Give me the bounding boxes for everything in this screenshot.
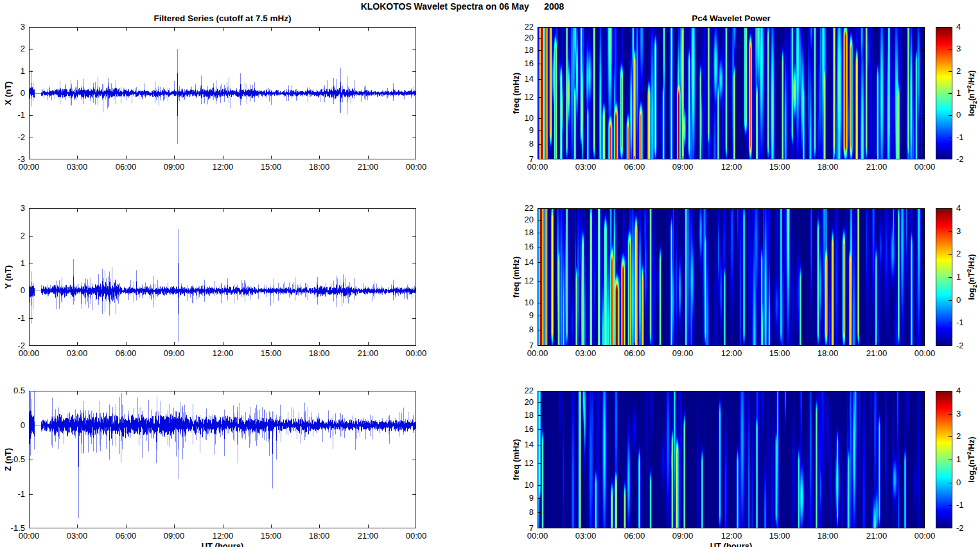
x-tick-label: 15:00 — [765, 162, 794, 172]
x-tick-label: 12:00 — [208, 162, 238, 172]
x-tick-label: 12:00 — [208, 531, 238, 541]
right-column-title: Pc4 Wavelet Power — [538, 13, 925, 23]
y-tick-label: 1 — [2, 66, 25, 76]
x-tick-label: 06:00 — [111, 162, 141, 172]
freq-tick-label: 10 — [511, 480, 534, 490]
colorbar-y — [936, 208, 952, 346]
x-tick-label: 09:00 — [668, 348, 697, 358]
colorbar-z — [936, 391, 952, 528]
x-tick-label: 06:00 — [111, 531, 141, 541]
figure-title: KLOKOTOS Wavelet Spectra on 06 May 2008 — [0, 1, 925, 12]
freq-tick-label: 18 — [511, 228, 534, 237]
y-tick-label: 3 — [2, 22, 25, 31]
colorbar-tick-label: 2 — [956, 249, 976, 258]
x-tick-label: 03:00 — [62, 348, 92, 358]
x-tick-label: 06:00 — [620, 531, 649, 541]
freq-tick-label: 18 — [511, 45, 534, 55]
freq-tick-label: 16 — [511, 424, 534, 434]
freq-tick-label: 20 — [511, 215, 534, 224]
x-tick-label: 18:00 — [304, 531, 334, 541]
freq-tick-label: 10 — [511, 298, 534, 307]
colorbar-tick-label: 3 — [956, 226, 976, 236]
y-tick-label: 2 — [2, 231, 25, 240]
x-tick-label: 03:00 — [571, 162, 600, 172]
colorbar-tick-label: 0 — [956, 110, 976, 120]
x-tick-label: 15:00 — [256, 531, 286, 541]
x-tick-label: 00:00 — [910, 162, 940, 172]
x-tick-label: 06:00 — [620, 162, 649, 172]
x-tick-label: 00:00 — [910, 348, 940, 358]
x-tick-label: 12:00 — [717, 531, 746, 541]
y-tick-label: -1 — [2, 110, 25, 120]
colorbar-tick-label: 4 — [956, 22, 976, 31]
colorbar-x — [936, 27, 952, 159]
y-tick-label: -3 — [2, 154, 25, 164]
x-tick-label: 18:00 — [304, 348, 334, 358]
freq-tick-label: 22 — [511, 386, 534, 395]
colorbar-tick-label: 1 — [956, 88, 976, 98]
x-tick-label: 09:00 — [668, 162, 697, 172]
colorbar-tick-label: -1 — [956, 318, 976, 327]
colorbar-tick-label: 1 — [956, 454, 976, 464]
left-column-title: Filtered Series (cutoff at 7.5 mHz) — [29, 13, 416, 23]
y-tick-label: 0 — [2, 420, 25, 430]
colorbar-tick-label: 1 — [956, 272, 976, 282]
y-tick-label: 0 — [2, 285, 25, 295]
y-tick-label: -1 — [2, 489, 25, 499]
x-tick-label: 15:00 — [256, 348, 286, 358]
freq-tick-label: 20 — [511, 33, 534, 42]
x-tick-label: 03:00 — [62, 531, 92, 541]
y-tick-label: -2 — [2, 132, 25, 142]
x-tick-label: 18:00 — [813, 531, 843, 541]
freq-tick-label: 22 — [511, 203, 534, 213]
freq-tick-label: 14 — [511, 440, 534, 449]
y-tick-label: -0.5 — [2, 454, 25, 464]
z-filtered-series-plot — [29, 391, 416, 528]
freq-tick-label: 10 — [511, 113, 534, 123]
x-tick-label: 09:00 — [159, 348, 189, 358]
ut-hours-label-right: UT (hours) — [538, 541, 925, 547]
x-tick-label: 09:00 — [159, 162, 189, 172]
x-tick-label: 12:00 — [717, 162, 746, 172]
ut-hours-label-left: UT (hours) — [29, 541, 416, 547]
colorbar-tick-label: 4 — [956, 203, 976, 213]
y-tick-label: -1.5 — [2, 523, 25, 533]
freq-tick-label: 12 — [511, 92, 534, 102]
x-tick-label: 03:00 — [571, 531, 600, 541]
z-wavelet-spectrogram — [538, 391, 925, 528]
colorbar-tick-label: -1 — [956, 500, 976, 510]
freq-tick-label: 9 — [511, 310, 534, 320]
x-tick-label: 00:00 — [401, 348, 431, 358]
x-tick-label: 00:00 — [910, 531, 940, 541]
freq-tick-label: 7 — [511, 154, 534, 164]
figure: KLOKOTOS Wavelet Spectra on 06 May 2008 … — [0, 0, 980, 547]
x-tick-label: 15:00 — [765, 348, 794, 358]
y-tick-label: 0 — [2, 88, 25, 98]
x-tick-label: 06:00 — [111, 348, 141, 358]
freq-tick-label: 14 — [511, 74, 534, 84]
y-tick-label: 0.5 — [2, 386, 25, 395]
colorbar-tick-label: 3 — [956, 44, 976, 53]
freq-tick-label: 8 — [511, 507, 534, 517]
y-tick-label: 3 — [2, 203, 25, 213]
freq-tick-label: 16 — [511, 242, 534, 251]
y-tick-label: -2 — [2, 341, 25, 350]
freq-tick-label: 14 — [511, 257, 534, 267]
x-tick-label: 21:00 — [353, 162, 383, 172]
freq-tick-label: 16 — [511, 58, 534, 68]
freq-tick-label: 18 — [511, 410, 534, 420]
x-tick-label: 15:00 — [256, 162, 286, 172]
x-tick-label: 21:00 — [353, 531, 383, 541]
x-filtered-series-plot — [29, 27, 416, 159]
x-tick-label: 21:00 — [862, 162, 891, 172]
x-tick-label: 21:00 — [862, 531, 891, 541]
x-tick-label: 21:00 — [862, 348, 891, 358]
freq-tick-label: 9 — [511, 125, 534, 135]
freq-tick-label: 12 — [511, 276, 534, 285]
freq-tick-label: 12 — [511, 458, 534, 468]
colorbar-tick-label: 2 — [956, 66, 976, 76]
freq-tick-label: 9 — [511, 493, 534, 503]
y-tick-label: 2 — [2, 44, 25, 53]
freq-tick-label: 7 — [511, 341, 534, 350]
colorbar-tick-label: -2 — [956, 523, 976, 533]
